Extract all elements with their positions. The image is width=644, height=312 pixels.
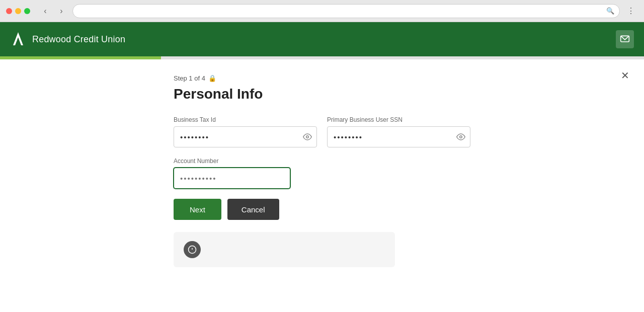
form-row-2: Account Number (174, 158, 470, 189)
close-button[interactable]: ✕ (618, 68, 632, 83)
page-title: Personal Info (174, 86, 470, 102)
bank-name: Redwood Credit Union (32, 34, 125, 45)
info-box (174, 232, 395, 267)
next-button[interactable]: Next (174, 199, 221, 220)
business-tax-id-label: Business Tax Id (174, 116, 317, 123)
fullscreen-traffic-light[interactable] (24, 8, 30, 14)
info-box-icon (184, 241, 201, 258)
browser-chrome: ‹ › 🔍 ⋮ (0, 0, 644, 22)
primary-ssn-label: Primary Business User SSN (327, 116, 470, 123)
rcu-logo (10, 31, 26, 47)
step-label: Step 1 of 4 🔒 (174, 74, 470, 82)
primary-ssn-group: Primary Business User SSN (327, 116, 470, 147)
form-row-1: Business Tax Id Primary Business User SS… (174, 116, 470, 147)
business-tax-id-wrapper (174, 126, 317, 147)
lock-icon: 🔒 (208, 74, 216, 82)
business-tax-id-group: Business Tax Id (174, 116, 317, 147)
eye-icon (303, 132, 312, 141)
back-button[interactable]: ‹ (38, 4, 52, 18)
account-number-group: Account Number (174, 158, 290, 189)
account-number-wrapper (174, 168, 290, 189)
buttons-row: Next Cancel (174, 199, 470, 220)
traffic-lights (6, 8, 30, 14)
primary-ssn-wrapper (327, 126, 470, 147)
business-tax-id-input[interactable] (174, 126, 317, 147)
nav-buttons: ‹ › (38, 4, 68, 18)
header-right (616, 30, 634, 48)
business-tax-id-toggle[interactable] (303, 132, 312, 141)
address-bar[interactable]: 🔍 (72, 4, 620, 18)
search-icon: 🔍 (606, 7, 614, 15)
document-icon (188, 245, 197, 254)
message-button[interactable] (616, 30, 634, 48)
extensions-button[interactable]: ⋮ (624, 4, 638, 18)
svg-point-3 (306, 136, 309, 138)
svg-point-4 (460, 136, 462, 138)
app-header: Redwood Credit Union (0, 22, 644, 56)
cancel-button[interactable]: Cancel (227, 199, 279, 220)
account-number-label: Account Number (174, 158, 290, 165)
message-icon (620, 34, 630, 44)
header-left: Redwood Credit Union (10, 31, 125, 47)
eye-icon-ssn (456, 132, 465, 141)
forward-button[interactable]: › (54, 4, 68, 18)
main-content: ✕ Step 1 of 4 🔒 Personal Info Business T… (0, 59, 644, 312)
primary-ssn-input[interactable] (327, 126, 470, 147)
account-number-input[interactable] (174, 168, 290, 189)
close-traffic-light[interactable] (6, 8, 12, 14)
primary-ssn-toggle[interactable] (456, 132, 465, 141)
minimize-traffic-light[interactable] (15, 8, 21, 14)
